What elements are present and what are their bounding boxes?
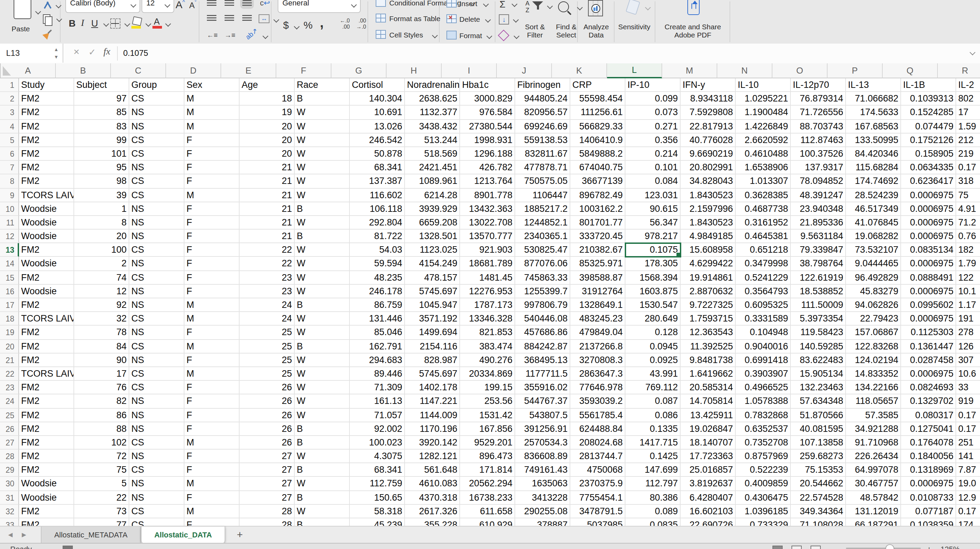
cell[interactable]: 3478791.5: [570, 505, 625, 518]
cell[interactable]: 94.062826: [846, 298, 901, 312]
cell[interactable]: 20.585314: [681, 381, 736, 394]
formula-input[interactable]: 0.1075: [123, 48, 148, 58]
cell[interactable]: 54.03: [350, 244, 405, 257]
cell[interactable]: M: [185, 92, 240, 105]
cell[interactable]: 1.6419662: [681, 367, 736, 381]
cell[interactable]: 111256.61: [570, 106, 625, 120]
cell[interactable]: Fibrinogen: [515, 78, 570, 92]
cell[interactable]: 4154.249: [405, 257, 460, 271]
cell[interactable]: 21: [240, 216, 295, 230]
cell[interactable]: 1.17: [956, 298, 980, 312]
row-header-1[interactable]: 1: [0, 78, 19, 92]
fx-icon[interactable]: fx: [103, 46, 110, 57]
row-header-27[interactable]: 27: [0, 436, 19, 450]
cell[interactable]: 9.5631184: [791, 230, 846, 243]
zoom-in-button[interactable]: +: [927, 545, 931, 549]
cell[interactable]: 30.467757: [846, 477, 901, 491]
cell[interactable]: 921.903: [460, 244, 515, 257]
cell[interactable]: 48.57842: [846, 491, 901, 504]
cell[interactable]: 115.68284: [846, 161, 901, 174]
cell[interactable]: W: [295, 285, 350, 298]
cell[interactable]: 157.06867: [846, 326, 901, 340]
cell[interactable]: 79.339847: [791, 244, 846, 257]
cell[interactable]: 12.363543: [681, 326, 736, 340]
cell[interactable]: 3920.142: [405, 436, 460, 450]
bold-button[interactable]: B: [69, 18, 76, 29]
cell[interactable]: 82: [74, 395, 129, 409]
cell[interactable]: 0.6991418: [736, 354, 791, 367]
cell[interactable]: FM2: [19, 505, 74, 518]
cell[interactable]: 57.3585: [846, 409, 901, 422]
cell[interactable]: 0.1840056: [901, 450, 956, 463]
cell[interactable]: TCORS LAIV: [19, 312, 74, 326]
cell[interactable]: 978.217: [625, 230, 681, 243]
cell[interactable]: 292.804: [350, 216, 405, 230]
cell[interactable]: 4.9849185: [681, 230, 736, 243]
cell[interactable]: IL-13: [846, 78, 901, 92]
cell[interactable]: 99: [74, 134, 129, 147]
cell[interactable]: W: [295, 381, 350, 394]
cell[interactable]: 23: [240, 285, 295, 298]
cell[interactable]: 10.691: [350, 106, 405, 120]
cell[interactable]: 21: [240, 230, 295, 243]
cell[interactable]: 10.6: [956, 367, 980, 381]
cell[interactable]: 74: [74, 271, 129, 284]
cell[interactable]: 478.157: [405, 271, 460, 284]
column-header-I[interactable]: I: [442, 63, 497, 78]
cell[interactable]: 0.0006975: [901, 230, 956, 243]
cell[interactable]: 368495.13: [515, 354, 570, 367]
cell[interactable]: 0.0006975: [901, 257, 956, 271]
cell[interactable]: 0.0006975: [901, 367, 956, 381]
cell[interactable]: 624488.84: [570, 422, 625, 436]
cell[interactable]: IP-10: [625, 78, 681, 92]
cell[interactable]: 22: [240, 257, 295, 271]
cell[interactable]: 0.76: [956, 230, 980, 243]
cell[interactable]: 0.086: [625, 409, 681, 422]
cell[interactable]: 0.5241229: [736, 271, 791, 284]
cell[interactable]: 1.013307: [736, 175, 791, 188]
cell[interactable]: 86.759: [350, 298, 405, 312]
cell[interactable]: Woodsie: [19, 230, 74, 243]
cell[interactable]: Hba1c: [460, 78, 515, 92]
cell[interactable]: F: [185, 257, 240, 271]
cell[interactable]: 543807.5: [515, 409, 570, 422]
cell[interactable]: 0.1425: [625, 450, 681, 463]
cell[interactable]: 6.4280407: [681, 491, 736, 504]
cell[interactable]: 944805.24: [515, 92, 570, 105]
row-header-13[interactable]: 13: [0, 244, 19, 257]
cell[interactable]: 81.722: [350, 230, 405, 243]
cell[interactable]: 24: [240, 312, 295, 326]
cell[interactable]: 13.026: [350, 120, 405, 133]
cell[interactable]: 174.74692: [846, 175, 901, 188]
cell[interactable]: NS: [129, 120, 185, 133]
cell[interactable]: Study: [19, 78, 74, 92]
cell[interactable]: 27: [240, 450, 295, 463]
column-header-F[interactable]: F: [276, 63, 331, 78]
row-header-26[interactable]: 26: [0, 422, 19, 436]
cell[interactable]: B: [295, 422, 350, 436]
cell[interactable]: 38.798764: [791, 257, 846, 271]
cell[interactable]: 976.584: [460, 106, 515, 120]
analyze-data-button[interactable]: AnalyzeData: [580, 0, 612, 42]
cell[interactable]: F: [185, 422, 240, 436]
cell[interactable]: NS: [129, 491, 185, 504]
cell[interactable]: FM2: [19, 518, 74, 526]
cell[interactable]: 2570534.3: [515, 436, 570, 450]
cell[interactable]: 251: [956, 436, 980, 450]
cell[interactable]: 20.544662: [791, 477, 846, 491]
borders-icon[interactable]: [110, 18, 121, 29]
cell[interactable]: 1045.947: [405, 298, 460, 312]
cell[interactable]: 48.391247: [791, 188, 846, 202]
cell[interactable]: 9.6690219: [681, 147, 736, 161]
cell[interactable]: 0.0006975: [901, 216, 956, 230]
cell[interactable]: CS: [129, 367, 185, 381]
cell[interactable]: CS: [129, 92, 185, 105]
cell[interactable]: Woodsie: [19, 477, 74, 491]
zoom-slider[interactable]: [846, 547, 921, 549]
row-header-24[interactable]: 24: [0, 395, 19, 409]
row-header-29[interactable]: 29: [0, 463, 19, 477]
cell[interactable]: 124.02194: [846, 354, 901, 367]
cell[interactable]: FM2: [19, 381, 74, 394]
cell[interactable]: 40.081595: [791, 422, 846, 436]
cell[interactable]: NS: [129, 202, 185, 215]
